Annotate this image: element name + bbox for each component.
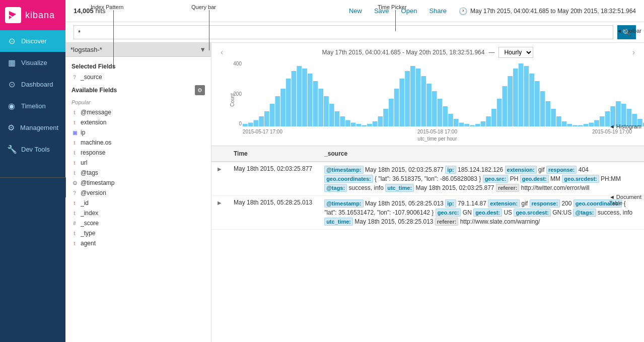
- field-item-extension[interactable]: t extension: [65, 117, 211, 127]
- new-button[interactable]: New: [347, 6, 364, 16]
- share-button[interactable]: Share: [427, 6, 449, 16]
- svg-rect-38: [448, 114, 453, 126]
- field-type-q-icon: ?: [71, 190, 78, 196]
- index-pattern-name: *logstash-*: [70, 46, 102, 53]
- field-item-timestamp[interactable]: ⊙ @timestamp: [65, 178, 211, 188]
- field-item-score[interactable]: # _score: [65, 218, 211, 228]
- svg-rect-50: [513, 69, 518, 126]
- field-type-t-icon: t: [71, 170, 78, 176]
- field-item-index[interactable]: t _index: [65, 208, 211, 218]
- field-type-t-icon: t: [71, 211, 78, 216]
- histogram-area: ‹ May 17th 2015, 04:00:41.685 - May 20th…: [211, 43, 644, 146]
- field-badge: ip:: [445, 199, 456, 208]
- svg-rect-39: [454, 119, 459, 126]
- field-item-version[interactable]: ? @version: [65, 188, 211, 198]
- field-badge: @timestamp:: [324, 166, 363, 174]
- field-item-machine-os[interactable]: t machine.os: [65, 138, 211, 148]
- svg-rect-28: [394, 89, 399, 126]
- selected-fields-header: Selected Fields: [65, 60, 211, 72]
- svg-rect-67: [605, 111, 610, 126]
- field-name: _score: [81, 220, 99, 227]
- kibana-logo[interactable]: kibana: [0, 0, 65, 30]
- svg-rect-30: [405, 71, 410, 126]
- svg-rect-42: [470, 125, 475, 127]
- field-item-agent[interactable]: t agent: [65, 238, 211, 248]
- svg-rect-47: [497, 99, 502, 126]
- time-range-display: May 17th 2015, 04:00:41.685 to May 20th …: [470, 8, 636, 15]
- field-badge: @tags:: [573, 209, 596, 217]
- svg-rect-19: [345, 120, 350, 127]
- histogram-forward-button[interactable]: ›: [631, 47, 636, 58]
- svg-rect-66: [600, 116, 605, 126]
- field-name: @tags: [81, 169, 98, 176]
- field-badge: response:: [530, 199, 560, 208]
- histogram-range-text: May 17th 2015, 04:00:41.685 - May 20th 2…: [322, 49, 485, 56]
- svg-rect-56: [545, 101, 550, 126]
- field-badge: geo.coordinates:: [324, 175, 373, 183]
- field-name: _source: [81, 74, 102, 81]
- svg-rect-26: [383, 109, 388, 126]
- sidebar-item-management[interactable]: ⚙ Management: [0, 117, 65, 139]
- save-button[interactable]: Save: [372, 6, 391, 16]
- field-item-url[interactable]: t url: [65, 158, 211, 168]
- svg-rect-69: [616, 101, 621, 126]
- svg-rect-1: [248, 123, 253, 127]
- svg-rect-68: [610, 106, 615, 126]
- svg-rect-46: [491, 109, 496, 126]
- field-type-geo-icon: ▣: [71, 130, 78, 135]
- field-item-message[interactable]: t @message: [65, 107, 211, 117]
- table-row: ▶May 18th 2015, 02:03:25.877@timestamp: …: [211, 162, 644, 196]
- field-item-ip[interactable]: ▣ ip: [65, 127, 211, 138]
- right-panel: ‹ May 17th 2015, 04:00:41.685 - May 20th…: [211, 43, 644, 342]
- field-badge: geo.coordinates:: [574, 199, 622, 208]
- fields-gear-button[interactable]: ⚙: [195, 85, 205, 95]
- svg-rect-29: [399, 79, 404, 126]
- field-item-response[interactable]: t response: [65, 148, 211, 158]
- field-type-t-icon: t: [71, 231, 78, 236]
- svg-rect-59: [562, 121, 567, 126]
- clock-icon: 🕐: [459, 7, 467, 15]
- gear-icon: ⚙: [7, 123, 15, 132]
- query-bar: 🔍: [65, 22, 644, 43]
- svg-rect-17: [335, 111, 340, 126]
- index-pattern-caret-icon[interactable]: ▼: [199, 46, 206, 53]
- sidebar-item-discover[interactable]: ⊙ Discover: [0, 30, 65, 52]
- source-col-header: _source: [318, 146, 644, 162]
- sidebar-item-visualize[interactable]: ▦ Visualize: [0, 52, 65, 74]
- svg-rect-58: [556, 116, 561, 126]
- field-name: extension: [81, 119, 106, 126]
- document-table-body: ▶May 18th 2015, 02:03:25.877@timestamp: …: [211, 162, 644, 230]
- field-type-t-icon: t: [71, 241, 78, 246]
- field-item-id[interactable]: t _id: [65, 198, 211, 208]
- index-pattern-bar[interactable]: *logstash-* ▼: [65, 43, 211, 57]
- svg-rect-73: [637, 119, 642, 126]
- bar-chart-icon: ▦: [7, 58, 16, 67]
- kibana-logo-icon: [5, 7, 21, 23]
- expand-row-button[interactable]: ▶: [218, 166, 222, 172]
- available-fields-header: Available Fields ⚙: [65, 82, 211, 97]
- svg-rect-6: [275, 96, 280, 126]
- search-button[interactable]: 🔍: [617, 25, 636, 39]
- sidebar-item-devtools[interactable]: 🔧 Dev Tools: [0, 139, 65, 160]
- time-picker[interactable]: 🕐 May 17th 2015, 04:00:41.685 to May 20t…: [459, 7, 636, 15]
- svg-rect-43: [475, 124, 480, 126]
- sidebar-item-timelion[interactable]: ◉ Timelion: [0, 95, 65, 117]
- svg-rect-51: [519, 63, 524, 126]
- sidebar-item-discover-label: Discover: [21, 37, 47, 45]
- query-input[interactable]: [74, 25, 613, 39]
- field-item-tags[interactable]: t @tags: [65, 168, 211, 178]
- expand-row-button[interactable]: ▶: [218, 200, 222, 206]
- histogram-back-button[interactable]: ‹: [220, 47, 224, 58]
- histogram-time-range: May 17th 2015, 04:00:41.685 - May 20th 2…: [322, 47, 534, 58]
- field-item-type[interactable]: t _type: [65, 228, 211, 238]
- svg-rect-37: [443, 106, 448, 126]
- svg-rect-40: [459, 123, 464, 127]
- source-field-item[interactable]: ? _source: [65, 72, 211, 82]
- svg-rect-20: [351, 123, 356, 127]
- svg-rect-13: [313, 81, 318, 126]
- open-button[interactable]: Open: [399, 6, 419, 16]
- interval-select[interactable]: Hourly: [498, 47, 533, 58]
- field-type-t-icon: t: [71, 140, 78, 146]
- field-badge: referer:: [496, 184, 520, 192]
- sidebar-item-dashboard[interactable]: ⊙ Dashboard: [0, 74, 65, 95]
